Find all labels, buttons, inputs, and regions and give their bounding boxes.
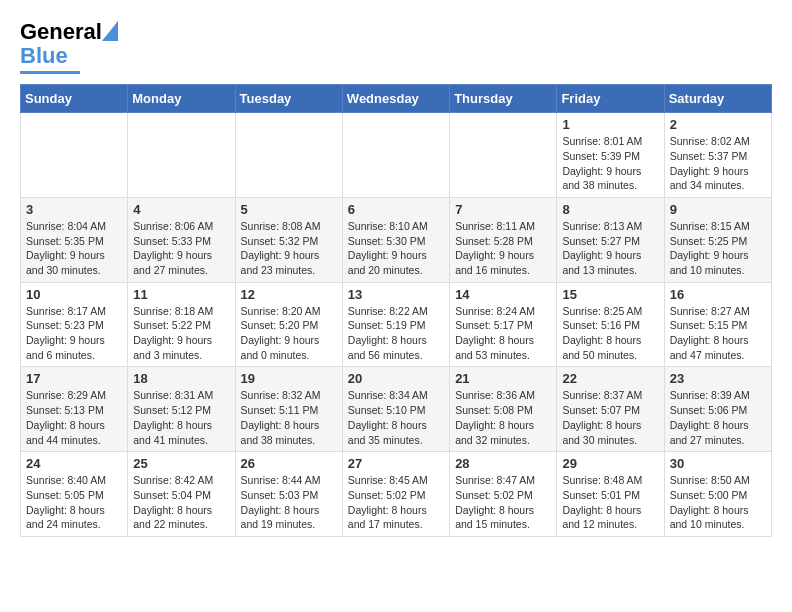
calendar-cell: 23Sunrise: 8:39 AM Sunset: 5:06 PM Dayli… [664,367,771,452]
day-number: 1 [562,117,658,132]
calendar-cell: 1Sunrise: 8:01 AM Sunset: 5:39 PM Daylig… [557,113,664,198]
calendar-cell: 17Sunrise: 8:29 AM Sunset: 5:13 PM Dayli… [21,367,128,452]
day-number: 18 [133,371,229,386]
day-info: Sunrise: 8:17 AM Sunset: 5:23 PM Dayligh… [26,304,122,363]
calendar-cell: 7Sunrise: 8:11 AM Sunset: 5:28 PM Daylig… [450,197,557,282]
day-number: 9 [670,202,766,217]
day-info: Sunrise: 8:50 AM Sunset: 5:00 PM Dayligh… [670,473,766,532]
weekday-friday: Friday [557,85,664,113]
calendar-cell: 19Sunrise: 8:32 AM Sunset: 5:11 PM Dayli… [235,367,342,452]
day-info: Sunrise: 8:32 AM Sunset: 5:11 PM Dayligh… [241,388,337,447]
day-info: Sunrise: 8:45 AM Sunset: 5:02 PM Dayligh… [348,473,444,532]
day-number: 2 [670,117,766,132]
calendar-cell: 21Sunrise: 8:36 AM Sunset: 5:08 PM Dayli… [450,367,557,452]
calendar-cell: 11Sunrise: 8:18 AM Sunset: 5:22 PM Dayli… [128,282,235,367]
day-info: Sunrise: 8:15 AM Sunset: 5:25 PM Dayligh… [670,219,766,278]
day-number: 3 [26,202,122,217]
day-info: Sunrise: 8:40 AM Sunset: 5:05 PM Dayligh… [26,473,122,532]
day-number: 14 [455,287,551,302]
calendar-cell: 6Sunrise: 8:10 AM Sunset: 5:30 PM Daylig… [342,197,449,282]
day-number: 7 [455,202,551,217]
day-info: Sunrise: 8:08 AM Sunset: 5:32 PM Dayligh… [241,219,337,278]
day-info: Sunrise: 8:25 AM Sunset: 5:16 PM Dayligh… [562,304,658,363]
day-number: 15 [562,287,658,302]
day-info: Sunrise: 8:29 AM Sunset: 5:13 PM Dayligh… [26,388,122,447]
calendar-cell [450,113,557,198]
week-row-5: 24Sunrise: 8:40 AM Sunset: 5:05 PM Dayli… [21,452,772,537]
day-number: 26 [241,456,337,471]
page-header: General Blue [20,20,772,74]
calendar-cell: 29Sunrise: 8:48 AM Sunset: 5:01 PM Dayli… [557,452,664,537]
day-number: 13 [348,287,444,302]
day-info: Sunrise: 8:13 AM Sunset: 5:27 PM Dayligh… [562,219,658,278]
day-number: 19 [241,371,337,386]
day-info: Sunrise: 8:36 AM Sunset: 5:08 PM Dayligh… [455,388,551,447]
weekday-header-row: SundayMondayTuesdayWednesdayThursdayFrid… [21,85,772,113]
day-info: Sunrise: 8:42 AM Sunset: 5:04 PM Dayligh… [133,473,229,532]
weekday-wednesday: Wednesday [342,85,449,113]
calendar-cell: 28Sunrise: 8:47 AM Sunset: 5:02 PM Dayli… [450,452,557,537]
day-number: 5 [241,202,337,217]
day-info: Sunrise: 8:02 AM Sunset: 5:37 PM Dayligh… [670,134,766,193]
calendar-cell: 30Sunrise: 8:50 AM Sunset: 5:00 PM Dayli… [664,452,771,537]
day-number: 8 [562,202,658,217]
day-number: 16 [670,287,766,302]
day-info: Sunrise: 8:06 AM Sunset: 5:33 PM Dayligh… [133,219,229,278]
calendar-cell [21,113,128,198]
day-info: Sunrise: 8:24 AM Sunset: 5:17 PM Dayligh… [455,304,551,363]
day-info: Sunrise: 8:22 AM Sunset: 5:19 PM Dayligh… [348,304,444,363]
day-info: Sunrise: 8:10 AM Sunset: 5:30 PM Dayligh… [348,219,444,278]
day-number: 12 [241,287,337,302]
calendar-cell: 10Sunrise: 8:17 AM Sunset: 5:23 PM Dayli… [21,282,128,367]
day-info: Sunrise: 8:20 AM Sunset: 5:20 PM Dayligh… [241,304,337,363]
calendar-cell: 4Sunrise: 8:06 AM Sunset: 5:33 PM Daylig… [128,197,235,282]
calendar-cell [128,113,235,198]
day-number: 11 [133,287,229,302]
logo-general: General [20,19,102,44]
calendar-cell: 24Sunrise: 8:40 AM Sunset: 5:05 PM Dayli… [21,452,128,537]
calendar-cell: 26Sunrise: 8:44 AM Sunset: 5:03 PM Dayli… [235,452,342,537]
calendar-cell: 9Sunrise: 8:15 AM Sunset: 5:25 PM Daylig… [664,197,771,282]
calendar-cell: 18Sunrise: 8:31 AM Sunset: 5:12 PM Dayli… [128,367,235,452]
day-info: Sunrise: 8:18 AM Sunset: 5:22 PM Dayligh… [133,304,229,363]
calendar-cell: 22Sunrise: 8:37 AM Sunset: 5:07 PM Dayli… [557,367,664,452]
calendar-cell [342,113,449,198]
day-info: Sunrise: 8:37 AM Sunset: 5:07 PM Dayligh… [562,388,658,447]
day-number: 10 [26,287,122,302]
logo-blue: Blue [20,43,68,68]
calendar-cell: 20Sunrise: 8:34 AM Sunset: 5:10 PM Dayli… [342,367,449,452]
week-row-3: 10Sunrise: 8:17 AM Sunset: 5:23 PM Dayli… [21,282,772,367]
svg-marker-0 [102,21,118,41]
day-info: Sunrise: 8:01 AM Sunset: 5:39 PM Dayligh… [562,134,658,193]
day-info: Sunrise: 8:44 AM Sunset: 5:03 PM Dayligh… [241,473,337,532]
week-row-2: 3Sunrise: 8:04 AM Sunset: 5:35 PM Daylig… [21,197,772,282]
calendar-cell: 13Sunrise: 8:22 AM Sunset: 5:19 PM Dayli… [342,282,449,367]
weekday-tuesday: Tuesday [235,85,342,113]
day-number: 30 [670,456,766,471]
day-info: Sunrise: 8:27 AM Sunset: 5:15 PM Dayligh… [670,304,766,363]
day-number: 6 [348,202,444,217]
day-number: 17 [26,371,122,386]
weekday-monday: Monday [128,85,235,113]
calendar-cell: 16Sunrise: 8:27 AM Sunset: 5:15 PM Dayli… [664,282,771,367]
day-number: 22 [562,371,658,386]
day-number: 23 [670,371,766,386]
calendar-cell: 2Sunrise: 8:02 AM Sunset: 5:37 PM Daylig… [664,113,771,198]
calendar-cell: 14Sunrise: 8:24 AM Sunset: 5:17 PM Dayli… [450,282,557,367]
day-info: Sunrise: 8:34 AM Sunset: 5:10 PM Dayligh… [348,388,444,447]
day-number: 29 [562,456,658,471]
calendar-cell: 25Sunrise: 8:42 AM Sunset: 5:04 PM Dayli… [128,452,235,537]
calendar-cell [235,113,342,198]
day-number: 25 [133,456,229,471]
day-number: 20 [348,371,444,386]
day-number: 24 [26,456,122,471]
calendar-cell: 8Sunrise: 8:13 AM Sunset: 5:27 PM Daylig… [557,197,664,282]
day-info: Sunrise: 8:11 AM Sunset: 5:28 PM Dayligh… [455,219,551,278]
day-number: 27 [348,456,444,471]
weekday-thursday: Thursday [450,85,557,113]
day-number: 28 [455,456,551,471]
calendar-table: SundayMondayTuesdayWednesdayThursdayFrid… [20,84,772,537]
calendar-cell: 12Sunrise: 8:20 AM Sunset: 5:20 PM Dayli… [235,282,342,367]
day-number: 4 [133,202,229,217]
day-number: 21 [455,371,551,386]
